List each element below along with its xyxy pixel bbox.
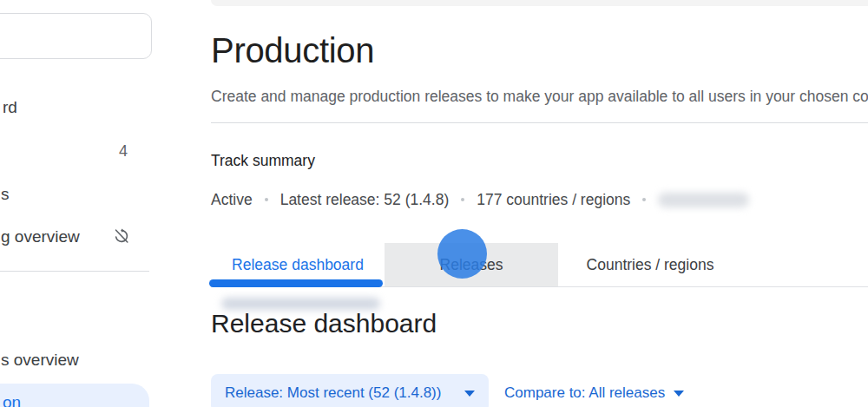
- chevron-down-icon: [464, 391, 475, 397]
- tab-bar: Release dashboard Releases Countries / r…: [211, 243, 868, 287]
- active-tab-underline: [209, 279, 383, 287]
- dot-separator: [265, 198, 268, 201]
- release-selector-label: Release: Most recent (52 (1.4.8)): [225, 384, 441, 402]
- page-subtitle: Create and manage production releases to…: [211, 88, 868, 106]
- release-selector-dropdown[interactable]: Release: Most recent (52 (1.4.8)): [211, 374, 489, 407]
- tab-release-dashboard-label: Release dashboard: [232, 256, 364, 274]
- header-divider: [211, 122, 868, 123]
- sidebar-item-releases-overview[interactable]: s overview: [1, 351, 79, 370]
- sidebar-item-production-selected[interactable]: on: [0, 384, 149, 407]
- sidebar-item-dashboard[interactable]: rd: [3, 98, 17, 117]
- cursor-click-indicator: [437, 229, 487, 279]
- release-dashboard-heading: Release dashboard: [211, 309, 437, 338]
- tab-countries-regions[interactable]: Countries / regions: [558, 243, 742, 286]
- chevron-down-icon: [674, 391, 684, 397]
- track-countries: 177 countries / regions: [477, 191, 630, 209]
- header-bar-edge: [211, 0, 868, 6]
- dot-separator: [461, 198, 464, 201]
- track-status-active: Active: [211, 191, 253, 209]
- filter-row: Release: Most recent (52 (1.4.8)) Compar…: [211, 374, 693, 407]
- tab-release-dashboard[interactable]: Release dashboard: [211, 243, 385, 286]
- redacted-blur: [221, 298, 380, 310]
- compare-selector-dropdown[interactable]: Compare to: All releases: [496, 374, 693, 407]
- track-latest-release: Latest release: 52 (1.4.8): [280, 191, 450, 209]
- publishing-paused-icon: [112, 226, 131, 246]
- dot-separator: [642, 198, 646, 201]
- sidebar-item-inbox-badge[interactable]: 4: [119, 142, 128, 161]
- search-input[interactable]: [0, 13, 152, 59]
- track-summary-heading: Track summary: [211, 152, 315, 170]
- sidebar-item-statistics[interactable]: s: [1, 185, 10, 204]
- compare-selector-label: Compare to: All releases: [504, 384, 665, 402]
- track-summary-status-row: Active Latest release: 52 (1.4.8) 177 co…: [211, 190, 749, 209]
- tab-countries-regions-label: Countries / regions: [587, 256, 714, 274]
- redacted-blur: [658, 193, 749, 207]
- sidebar-divider: [0, 271, 149, 272]
- sidebar-item-production-label: on: [3, 393, 21, 407]
- sidebar-item-publishing-overview[interactable]: g overview: [1, 227, 80, 246]
- page-title: Production: [211, 31, 374, 70]
- sidebar: rd 4 s g overview s overview on: [0, 0, 208, 407]
